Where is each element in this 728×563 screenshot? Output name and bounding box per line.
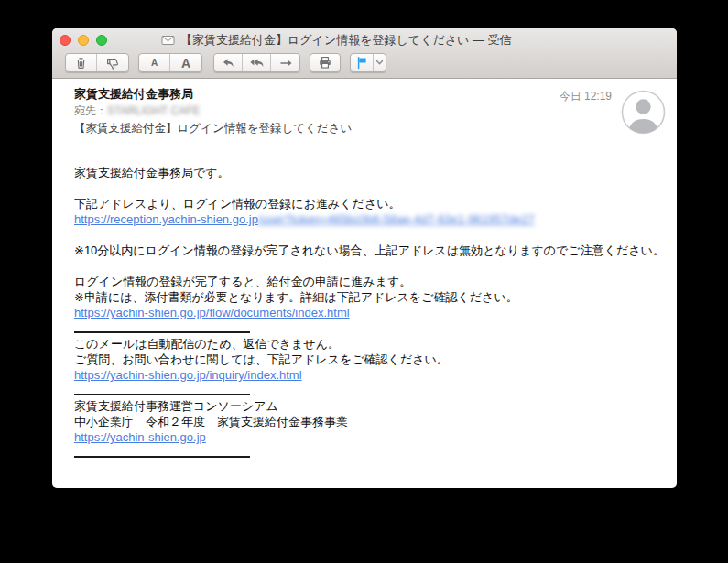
toolbar-group-print	[310, 53, 341, 72]
flag-menu-button[interactable]	[374, 54, 386, 71]
separator-bar	[74, 445, 250, 458]
recipient-line: 宛先：STARLIGHT CAFE	[74, 104, 655, 118]
forward-arrow-icon	[278, 58, 293, 69]
message-header: 家賃支援給付金事務局 宛先：STARLIGHT CAFE 【家賃支援給付金】ログ…	[52, 79, 677, 164]
junk-button[interactable]	[97, 54, 128, 71]
trash-icon	[74, 56, 88, 70]
body-line	[74, 227, 655, 243]
title-block: 【家賃支援給付金】ログイン情報を登録してください — 受信	[161, 32, 512, 49]
traffic-lights	[60, 35, 107, 46]
toolbar-group-delete-junk	[65, 53, 129, 72]
minimize-button[interactable]	[78, 35, 89, 46]
forward-arrow-icon-button[interactable]	[271, 54, 299, 71]
window-title: 【家賃支援給付金】ログイン情報を登録してください — 受信	[180, 32, 512, 49]
body-line	[74, 180, 655, 196]
screen: { "window": { "title": "【家賃支援給付金】ログイン情報を…	[0, 0, 728, 563]
body-line: https://yachin-shien.go.jp/flow/document…	[74, 305, 655, 320]
subject-line: 【家賃支援給付金】ログイン情報を登録してください	[74, 122, 655, 135]
envelope-icon	[161, 35, 175, 46]
flag-button[interactable]	[351, 54, 374, 71]
titlebar[interactable]: 【家賃支援給付金】ログイン情報を登録してください — 受信	[52, 28, 677, 50]
body-line	[74, 383, 655, 398]
body-line	[74, 320, 655, 336]
blurred-url-token: /user?token=465bc0b6-58ae-4d7-63e1-96195…	[258, 212, 535, 226]
reply-button[interactable]	[214, 54, 243, 71]
body-line	[74, 445, 655, 460]
body-link[interactable]: https://yachin-shien.go.jp/inquiry/index…	[74, 368, 302, 382]
body-line: 家賃支援給付事務運営コンソーシアム	[74, 398, 655, 414]
body-line: このメールは自動配信のため、返信できません。	[74, 336, 655, 352]
body-line: ※10分以内にログイン情報の登録が完了されない場合、上記アドレスは無効となります…	[74, 243, 655, 258]
body-link[interactable]: https://yachin-shien.go.jp/flow/document…	[74, 306, 350, 319]
message-date: 今日 12:19	[560, 89, 612, 104]
large-a-icon: A	[181, 56, 190, 70]
font-larger-button[interactable]: A	[170, 54, 201, 71]
body-line: ご質問、お問い合わせに関しては、下記アドレスをご確認ください。	[74, 352, 655, 367]
chevron-down-icon	[375, 60, 384, 66]
body-line: 家賃支援給付金事務局です。	[74, 165, 655, 180]
mail-body: 家賃支援給付金事務局です。下記アドレスより、ログイン情報の登録にお進みください。…	[52, 164, 677, 460]
toolbar-group-fontsize: A A	[138, 53, 202, 72]
body-link[interactable]: https://reception.yachin-shien.go.jp	[74, 212, 258, 226]
body-line: ログイン情報の登録が完了すると、給付金の申請に進みます。	[74, 274, 655, 289]
window-chrome: 【家賃支援給付金】ログイン情報を登録してください — 受信	[52, 28, 677, 79]
toolbar-group-flag	[350, 53, 386, 72]
reply-arrow-icon	[221, 57, 235, 70]
toolbar-group-reply	[213, 53, 300, 72]
to-label: 宛先：	[74, 104, 107, 117]
thumbs-down-icon	[105, 56, 120, 70]
avatar	[621, 90, 666, 135]
body-line: https://yachin-shien.go.jp/inquiry/index…	[74, 367, 655, 383]
reply-all-button[interactable]	[243, 54, 271, 71]
separator-bar	[74, 383, 250, 395]
small-a-icon: A	[151, 58, 158, 68]
print-button[interactable]	[310, 54, 340, 71]
body-line: https://yachin-shien.go.jp	[74, 429, 655, 445]
body-line: 中小企業庁 令和２年度 家賃支援給付金事務事業	[74, 414, 655, 429]
body-line: ※申請には、添付書類が必要となります。詳細は下記アドレスをご確認ください。	[74, 289, 655, 305]
recipient-name: STARLIGHT CAFE	[107, 104, 201, 117]
toolbar: A A	[52, 50, 677, 79]
flag-icon	[355, 56, 368, 70]
separator-bar	[74, 320, 250, 333]
printer-icon	[318, 56, 332, 70]
close-button[interactable]	[60, 35, 71, 46]
reply-all-arrows-icon	[249, 57, 265, 70]
body-link[interactable]: https://yachin-shien.go.jp	[74, 430, 206, 444]
body-line	[74, 258, 655, 274]
body-line: 下記アドレスより、ログイン情報の登録にお進みください。	[74, 196, 655, 211]
font-smaller-button[interactable]: A	[139, 54, 170, 71]
mail-message-window: 【家賃支援給付金】ログイン情報を登録してください — 受信	[52, 28, 677, 488]
zoom-button[interactable]	[96, 35, 107, 46]
delete-button[interactable]	[66, 54, 97, 71]
body-line: https://reception.yachin-shien.go.jp/use…	[74, 211, 655, 227]
